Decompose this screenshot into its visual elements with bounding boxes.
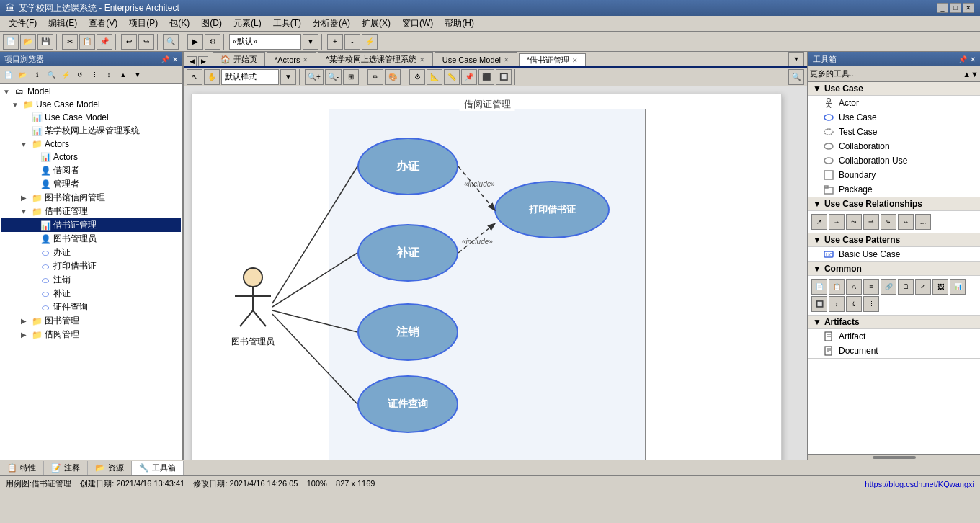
diag-filter[interactable]: 🔍	[788, 69, 804, 85]
tree-node-cardmgmt[interactable]: ▼ 📁 借书证管理	[1, 205, 181, 218]
toolbox-artifact-item[interactable]: Artifact	[808, 329, 980, 344]
tab-nav-left[interactable]: ◀	[187, 56, 197, 66]
common-btn-4[interactable]: ≡	[863, 279, 879, 295]
tab-cardmgmt-close[interactable]: ✕	[572, 57, 578, 64]
menu-extend[interactable]: 扩展(X)	[356, 16, 396, 31]
toolbox-ucpatterns-header[interactable]: ▼ Use Case Patterns	[808, 233, 980, 247]
tree-node-borrowmgmt[interactable]: ▶ 📁 借阅管理	[1, 328, 181, 341]
usecase-banzheng[interactable]: 办证	[357, 138, 458, 195]
usecase-zhuxiao[interactable]: 注销	[357, 303, 458, 361]
toolbox-more-label[interactable]: 更多的工具...	[810, 68, 963, 79]
tab-ucmodel-close[interactable]: ✕	[504, 56, 509, 63]
menu-help[interactable]: 帮助(H)	[439, 16, 480, 31]
diag-opt4[interactable]: 📌	[461, 69, 477, 85]
toolbox-actor-item[interactable]: Actor	[808, 96, 980, 110]
tree-node-banzheng[interactable]: ⬭ 办证	[1, 246, 181, 259]
tab-ucmodel[interactable]: Use Case Model ✕	[435, 52, 517, 66]
diag-opt2[interactable]: 📐	[427, 69, 442, 85]
toolbox-testcase-item[interactable]: Test Case	[808, 125, 980, 139]
diag-opt1[interactable]: ⚙	[409, 69, 425, 85]
common-btn-7[interactable]: ✓	[915, 279, 931, 295]
toolbox-artifacts-header[interactable]: ▼ Artifacts	[808, 316, 980, 329]
style-arrow[interactable]: ▼	[280, 69, 296, 85]
usecase-buzheng[interactable]: 补证	[357, 224, 458, 282]
tree-node-library[interactable]: ▶ 📁 图书馆信阅管理	[1, 191, 181, 205]
copy-btn[interactable]: 📋	[79, 34, 95, 50]
run2-btn[interactable]: ⚡	[362, 34, 378, 50]
rel-btn-2[interactable]: →	[829, 214, 845, 230]
menu-file[interactable]: 文件(F)	[3, 16, 43, 31]
common-btn-11[interactable]: ↕	[829, 296, 845, 312]
common-btn-2[interactable]: 📋	[829, 279, 845, 295]
tab-cardmgmt[interactable]: *借书证管理 ✕	[519, 53, 586, 68]
diag-opt5[interactable]: ⬛	[478, 69, 494, 85]
redo-btn[interactable]: ↪	[138, 34, 154, 50]
new-btn[interactable]: 📄	[3, 34, 19, 50]
panel-close-icon[interactable]: ✕	[172, 55, 178, 63]
usecase-print[interactable]: 打印借书证	[494, 181, 610, 238]
common-btn-12[interactable]: ⤹	[846, 296, 862, 312]
toolbox-scrollbar[interactable]	[873, 456, 916, 459]
dropdown-arrow[interactable]: ▼	[303, 34, 318, 50]
toolbox-collaboration-item[interactable]: Collaboration	[808, 139, 980, 153]
bottom-tab-notes[interactable]: 📝 注释	[44, 461, 88, 475]
diag-select-btn[interactable]: ↖	[187, 69, 202, 85]
status-url[interactable]: https://blog.csdn.net/KQwangxi	[865, 480, 974, 488]
tree-node-zhuxiao[interactable]: ⬭ 注销	[1, 273, 181, 287]
settings-btn[interactable]: ⚙	[205, 34, 220, 50]
toolbox-usecase-item[interactable]: Use Case	[808, 110, 980, 125]
diag-opt6[interactable]: 🔲	[496, 69, 512, 85]
tab-nav-right[interactable]: ▶	[198, 56, 208, 66]
expand-btn[interactable]: ↕	[102, 68, 115, 81]
common-btn-5[interactable]: 🔗	[881, 279, 896, 295]
menu-element[interactable]: 元素(L)	[228, 16, 267, 31]
menu-edit[interactable]: 编辑(E)	[43, 16, 83, 31]
common-btn-3[interactable]: A	[846, 279, 862, 295]
up-btn[interactable]: ▲	[117, 68, 130, 81]
rel-extra[interactable]: …	[915, 214, 931, 230]
filter-btn[interactable]: ⚡	[59, 68, 72, 81]
toolbox-basicusecase-item[interactable]: UC Basic Use Case	[808, 247, 980, 262]
tab-school-close[interactable]: ✕	[419, 56, 425, 63]
open-btn[interactable]: 📂	[20, 34, 36, 50]
common-btn-10[interactable]: 🔲	[811, 296, 827, 312]
diagram-canvas-area[interactable]: 借阅证管理 图书管理员	[184, 86, 807, 460]
diag-zoomout[interactable]: 🔍-	[325, 69, 342, 85]
tree-node-jieyuezhe[interactable]: 👤 借阅者	[1, 164, 181, 177]
diag-pan-btn[interactable]: ✋	[204, 69, 220, 85]
common-btn-13[interactable]: ⋮	[863, 296, 879, 312]
rel-btn-3[interactable]: ⤳	[846, 214, 862, 230]
properties-btn[interactable]: ℹ	[30, 68, 43, 81]
tree-node-librarian[interactable]: 👤 图书管理员	[1, 232, 181, 246]
search-tree-btn[interactable]: 🔍	[45, 68, 58, 81]
diag-zoomin[interactable]: 🔍+	[305, 69, 324, 85]
style-dropdown[interactable]: 默认样式	[221, 69, 279, 85]
tab-actors[interactable]: *Actors ✕	[267, 52, 316, 66]
tree-node-print[interactable]: ⬭ 打印借书证	[1, 259, 181, 273]
tab-actors-close[interactable]: ✕	[303, 56, 308, 63]
toolbox-section-usecase-header[interactable]: ▼ Use Case	[808, 82, 980, 96]
toolbox-pin-icon[interactable]: 📌	[958, 55, 967, 63]
rel-btn-6[interactable]: ↔	[898, 214, 914, 230]
toolbox-package-item[interactable]: Package	[808, 182, 980, 197]
new-item-btn[interactable]: 📄	[1, 68, 14, 81]
common-btn-8[interactable]: 🖼	[932, 279, 948, 295]
bottom-tab-resources[interactable]: 📂 资源	[88, 461, 132, 475]
bottom-tab-toolbox[interactable]: 🔧 工具箱	[132, 461, 184, 475]
rel-btn-4[interactable]: ⇒	[863, 214, 879, 230]
menu-diagram[interactable]: 图(D)	[195, 16, 228, 31]
toolbox-document-item[interactable]: Document	[808, 344, 980, 358]
layout-dropdown[interactable]: «默认»	[229, 34, 301, 50]
toolbox-up-icon[interactable]: ▲	[963, 70, 971, 79]
tree-node-card-diagram[interactable]: 📊 借书证管理	[1, 218, 181, 232]
toolbox-boundary-item[interactable]: Boundary	[808, 168, 980, 182]
paste-btn[interactable]: 📌	[97, 34, 112, 50]
diag-fit[interactable]: ⊞	[343, 69, 359, 85]
toolbox-down-icon[interactable]: ▼	[971, 70, 979, 79]
down-btn[interactable]: ▼	[131, 68, 144, 81]
common-btn-9[interactable]: 📊	[950, 279, 966, 295]
more-options-btn[interactable]: ⋮	[88, 68, 101, 81]
tab-school[interactable]: *某学校网上选课管理系统 ✕	[318, 52, 432, 66]
diag-opt3[interactable]: 📏	[444, 69, 460, 85]
cut-btn[interactable]: ✂	[62, 34, 78, 50]
